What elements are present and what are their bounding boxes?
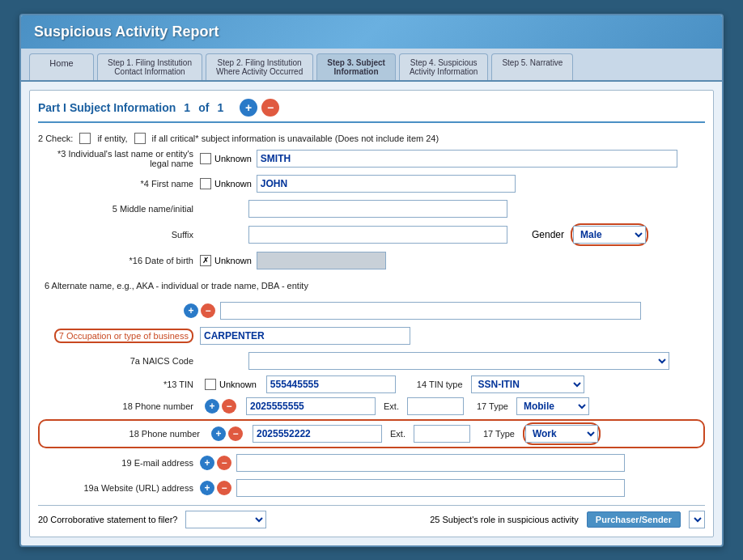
tab-step3[interactable]: Step 3. SubjectInformation [316, 53, 396, 80]
email-row: 19 E-mail address + − [38, 452, 705, 473]
part-header: Part I Subject Information 1 of 1 + − [38, 99, 705, 123]
suffix-input[interactable] [248, 226, 507, 244]
dob-unknown-label: Unknown [214, 256, 252, 265]
phone2-add-button[interactable]: + [211, 426, 226, 441]
phone1-type-label: 17 Type [477, 401, 508, 411]
tin-unknown-section: Unknown [205, 379, 257, 390]
tin-input[interactable] [266, 375, 396, 393]
part-of: of [198, 101, 209, 114]
corroborative-label: 20 Corroborative statement to filer? [38, 515, 177, 524]
middle-name-label: 5 Middle name/initial [38, 204, 200, 214]
tin-label: *13 TIN [38, 380, 200, 389]
phone1-ext-input[interactable] [407, 397, 464, 415]
phone2-row: 18 Phone number + − Ext. 17 Type Mobile … [38, 419, 705, 448]
check-unavailable-checkbox[interactable] [134, 133, 146, 144]
naics-label: 7a NAICS Code [38, 356, 200, 366]
gender-section: Gender Male Female Unknown [532, 223, 648, 246]
tab-step1[interactable]: Step 1. Filing InstitutionContact Inform… [97, 53, 202, 80]
first-name-unknown-label: Unknown [214, 179, 252, 189]
email-input[interactable] [236, 454, 625, 472]
last-name-unknown-checkbox[interactable] [200, 153, 211, 164]
part-current: 1 [184, 101, 190, 114]
website-row: 19a Website (URL) address + − [38, 477, 705, 498]
occupation-input[interactable] [200, 327, 410, 345]
phone2-ext-input[interactable] [414, 425, 470, 443]
part-total: 1 [217, 101, 223, 114]
phone2-buttons: + − [211, 426, 243, 441]
email-label: 19 E-mail address [38, 458, 200, 468]
alt-name-buttons: + − [184, 303, 215, 318]
last-name-row: *3 Individual's last name or entity's le… [38, 148, 705, 169]
subject-role-button[interactable]: Purchaser/Sender [587, 511, 681, 528]
email-add-button[interactable]: + [200, 456, 214, 470]
phone1-type-select[interactable]: Mobile Work Fax Home [516, 397, 589, 415]
alt-name-label-row: 6 Alternate name, e.g., AKA - individual… [38, 275, 705, 296]
check-label: 2 Check: [38, 134, 73, 143]
corroborative-select[interactable]: Yes No [185, 511, 266, 528]
phone1-buttons: + − [205, 399, 236, 414]
dob-unknown-section: ✗ Unknown [200, 255, 252, 266]
first-name-input[interactable] [257, 175, 516, 193]
tab-step5[interactable]: Step 5. Narrative [491, 53, 573, 80]
suffix-row: Suffix Gender Male Female Unknown [38, 223, 705, 246]
phone2-input[interactable] [253, 425, 382, 443]
alt-name-input[interactable] [220, 302, 641, 320]
tab-step2[interactable]: Step 2. Filing InstitutionWhere Activity… [206, 53, 313, 80]
alt-name-add-button[interactable]: + [184, 303, 198, 318]
part-title: Part I Subject Information [38, 101, 176, 114]
tab-step4[interactable]: Step 4. SuspiciousActivity Information [399, 53, 488, 80]
tin-type-select[interactable]: SSN-ITIN EIN ITIN [471, 375, 584, 393]
first-name-unknown-checkbox[interactable] [200, 178, 211, 189]
last-name-input[interactable] [257, 150, 677, 168]
phone1-add-button[interactable]: + [205, 399, 219, 414]
phone2-type-wrapper: Mobile Work Fax Home [523, 422, 601, 445]
check-unavailable-label: if all critical* subject information is … [152, 134, 439, 143]
part-add-button[interactable]: + [240, 99, 257, 117]
alt-name-remove-button[interactable]: − [201, 303, 215, 318]
website-input[interactable] [236, 479, 625, 497]
last-name-unknown-label: Unknown [214, 154, 252, 163]
phone1-input[interactable] [246, 397, 376, 415]
first-name-unknown-section: Unknown [200, 178, 252, 189]
email-buttons: + − [200, 456, 231, 470]
phone2-ext-label: Ext. [390, 429, 405, 439]
last-name-label: *3 Individual's last name or entity's le… [38, 149, 200, 168]
first-name-label: *4 First name [38, 179, 200, 189]
phone1-label: 18 Phone number [38, 401, 200, 411]
dob-label: *16 Date of birth [38, 256, 200, 265]
check-entity-checkbox[interactable] [79, 133, 91, 144]
dob-input[interactable] [257, 252, 386, 269]
subject-role-select[interactable]: ▼ [689, 511, 705, 528]
tab-home[interactable]: Home [29, 53, 94, 80]
phone1-remove-button[interactable]: − [222, 399, 236, 414]
naics-select[interactable] [248, 352, 669, 370]
website-add-button[interactable]: + [200, 481, 214, 495]
phone1-row: 18 Phone number + − Ext. 17 Type Mobile … [38, 397, 705, 415]
phone2-remove-button[interactable]: − [228, 426, 243, 441]
tin-type-label: 14 TIN type [417, 380, 463, 389]
phone2-type-select[interactable]: Mobile Work Fax Home [525, 425, 598, 443]
dob-unknown-checkbox[interactable]: ✗ [200, 255, 211, 266]
part-remove-button[interactable]: − [261, 99, 279, 117]
phone2-type-label: 17 Type [483, 429, 515, 439]
phone2-label: 18 Phone number [45, 429, 206, 439]
middle-name-row: 5 Middle name/initial [38, 198, 705, 219]
subject-role-label: 25 Subject's role in suspicious activity [430, 515, 579, 524]
middle-name-input[interactable] [248, 200, 507, 218]
tin-row: *13 TIN Unknown 14 TIN type SSN-ITIN EIN… [38, 375, 705, 393]
gender-select-wrapper: Male Female Unknown [571, 223, 648, 246]
email-remove-button[interactable]: − [217, 456, 231, 470]
check-entity-label: if entity, [97, 134, 127, 143]
nav-tabs: Home Step 1. Filing InstitutionContact I… [21, 49, 722, 82]
tin-unknown-checkbox[interactable] [205, 379, 216, 390]
occupation-row: 7 Occupation or type of business [38, 325, 705, 346]
last-name-unknown-section: Unknown [200, 153, 252, 164]
occupation-label: 7 Occupation or type of business [38, 330, 200, 342]
tin-unknown-label: Unknown [219, 380, 257, 389]
report-header: Suspicious Activity Report [21, 15, 722, 49]
check-row: 2 Check: if entity, if all critical* sub… [38, 133, 705, 144]
gender-select[interactable]: Male Female Unknown [573, 226, 646, 244]
content-area: Part I Subject Information 1 of 1 + − 2 … [29, 90, 714, 537]
website-remove-button[interactable]: − [217, 481, 231, 495]
occupation-label-text: 7 Occupation or type of business [54, 329, 193, 343]
